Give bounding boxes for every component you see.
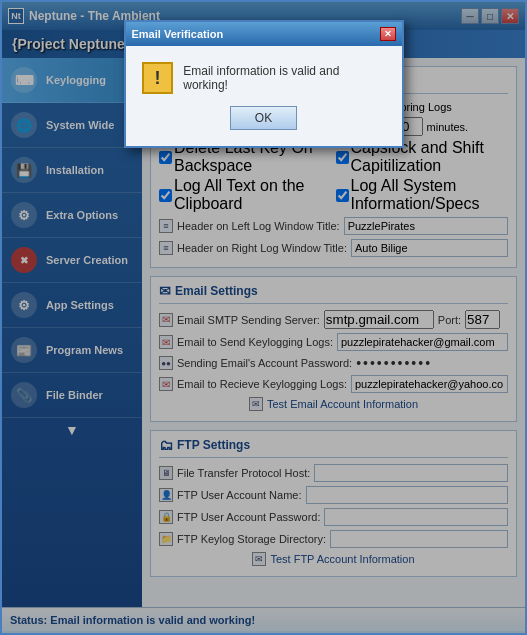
modal-title: Email Verification: [132, 28, 380, 40]
modal-title-bar: Email Verification ✕: [126, 22, 402, 46]
modal-ok-button[interactable]: OK: [230, 106, 297, 130]
modal-close-button[interactable]: ✕: [380, 27, 396, 41]
warning-icon: !: [142, 62, 174, 94]
modal-content-row: ! Email information is valid and working…: [142, 62, 386, 94]
email-verification-modal: Email Verification ✕ ! Email information…: [124, 20, 404, 148]
main-window: Nt Neptune - The Ambient ─ □ ✕ {Project …: [0, 0, 527, 635]
modal-overlay: Email Verification ✕ ! Email information…: [2, 2, 525, 633]
modal-body: ! Email information is valid and working…: [126, 46, 402, 146]
modal-message: Email information is valid and working!: [183, 64, 385, 92]
